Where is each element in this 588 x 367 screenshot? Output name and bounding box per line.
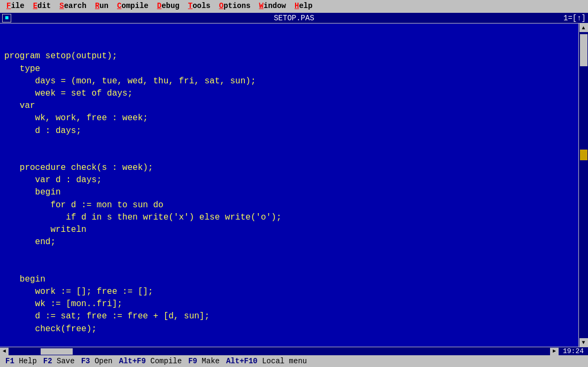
code-line: begin	[4, 186, 574, 199]
hscroll-right-button[interactable]: ►	[550, 348, 559, 355]
menu-tools[interactable]: Tools	[184, 1, 215, 11]
horizontal-scrollbar: ◄ ► 19:24	[0, 347, 588, 355]
code-line: days = (mon, tue, wed, thu, fri, sat, su…	[4, 75, 574, 88]
scroll-down-button[interactable]: ▼	[579, 338, 588, 347]
menubar: File Edit Search Run Compile Debug Tools…	[0, 0, 588, 12]
code-line: writeln	[4, 224, 574, 236]
code-line: wk := [mon..fri];	[4, 298, 574, 310]
code-line: d : days;	[4, 125, 574, 137]
menu-run[interactable]: Run	[91, 1, 113, 11]
cursor-position: 19:24	[559, 347, 588, 355]
status-f9[interactable]: F9 Make	[185, 357, 223, 365]
scroll-track	[579, 32, 588, 338]
code-line	[4, 261, 574, 274]
titlebar-filename: SETOP.PAS	[274, 14, 314, 22]
status-altf10[interactable]: Alt+F10 Local menu	[223, 357, 310, 365]
code-line: procedure check(s : week);	[4, 162, 574, 174]
code-line: type	[4, 63, 574, 75]
status-f3[interactable]: F3 Open	[78, 357, 116, 365]
code-line: end;	[4, 236, 574, 248]
code-line: var	[4, 100, 574, 112]
code-line: week = set of days;	[4, 88, 574, 100]
titlebar-linenum: 1=[↑]	[563, 14, 586, 22]
status-altf9[interactable]: Alt+F9 Compile	[115, 357, 185, 365]
menu-debug[interactable]: Debug	[153, 1, 184, 11]
code-line: if d in s then write('x') else write('o'…	[4, 212, 574, 224]
window-close-icon[interactable]: ■	[2, 14, 11, 22]
code-line	[4, 248, 574, 261]
status-f2[interactable]: F2 Save	[40, 357, 78, 365]
code-line	[4, 150, 574, 162]
hscroll-track	[9, 348, 550, 355]
scroll-thumb[interactable]	[580, 34, 587, 66]
statusbar: F1 Help F2 Save F3 Open Alt+F9 Compile F…	[0, 355, 588, 367]
code-line: program setop(output);	[4, 50, 574, 63]
menu-search[interactable]: Search	[55, 1, 90, 11]
titlebar: ■ SETOP.PAS 1=[↑]	[0, 12, 588, 24]
menu-options[interactable]: Options	[215, 1, 255, 11]
code-editor[interactable]: program setop(output); type days = (mon,…	[0, 24, 578, 347]
code-line: work := []; free := [];	[4, 286, 574, 298]
code-line: var d : days;	[4, 174, 574, 186]
code-line	[4, 137, 574, 150]
code-line: begin	[4, 274, 574, 286]
hscroll-thumb[interactable]	[41, 348, 73, 355]
code-line: for d := mon to sun do	[4, 199, 574, 212]
code-line: wk, work, free : week;	[4, 112, 574, 124]
editor-lines: program setop(output); type days = (mon,…	[4, 50, 574, 335]
menu-compile[interactable]: Compile	[113, 1, 153, 11]
menu-help[interactable]: Help	[290, 1, 317, 11]
code-line: d := sat; free := free + [d, sun];	[4, 310, 574, 323]
code-line: check(free);	[4, 323, 574, 335]
status-f1[interactable]: F1 Help	[2, 357, 40, 365]
menu-window[interactable]: Window	[255, 1, 290, 11]
menu-edit[interactable]: Edit	[29, 1, 56, 11]
scroll-up-button[interactable]: ▲	[579, 24, 588, 32]
vertical-scrollbar[interactable]: ▲ ▼	[578, 24, 588, 347]
menu-file[interactable]: File	[2, 1, 29, 11]
scroll-block	[580, 150, 587, 160]
hscroll-left-button[interactable]: ◄	[0, 348, 9, 355]
